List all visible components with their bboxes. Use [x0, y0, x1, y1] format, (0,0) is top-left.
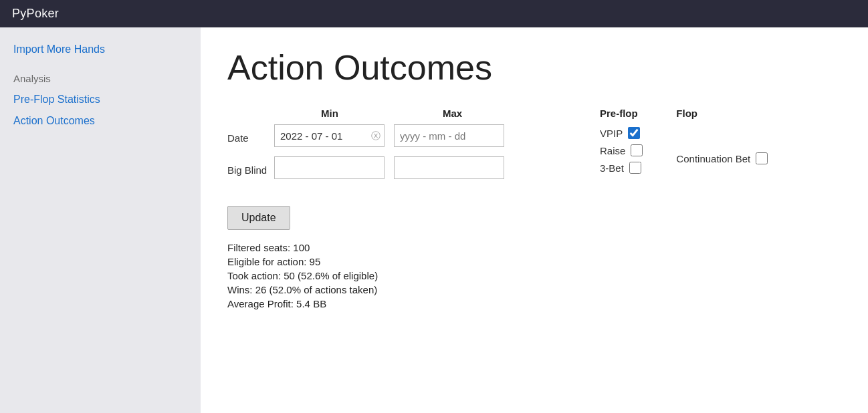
stat-wins: Wins: 26 (52.0% of actions taken) [227, 284, 841, 295]
stat-avg-profit: Average Profit: 5.4 BB [227, 298, 841, 309]
update-button[interactable]: Update [227, 206, 290, 230]
stat-took-action: Took action: 50 (52.6% of eligible) [227, 270, 841, 281]
bigblind-max-input[interactable] [394, 156, 504, 179]
bigblind-label: Big Blind [227, 160, 274, 176]
date-min-input[interactable] [274, 124, 385, 147]
sidebar-section-analysis: Analysis [12, 62, 189, 87]
flop-column: Flop Continuation Bet [676, 108, 768, 174]
filter-section: Min Max Date ⓧ Big Blind [227, 108, 560, 186]
sidebar-item-import[interactable]: Import More Hands [12, 41, 189, 58]
raise-row: Raise [600, 144, 643, 156]
threebet-row: 3-Bet [600, 162, 643, 174]
contbet-row: Continuation Bet [676, 152, 768, 164]
page-title: Action Outcomes [227, 47, 841, 88]
stats-section: Filtered seats: 100 Eligible for action:… [227, 242, 841, 309]
date-max-input[interactable] [394, 124, 504, 147]
preflop-column: Pre-flop VPIP Raise 3-Bet [600, 108, 643, 174]
flop-header: Flop [676, 108, 768, 119]
min-header: Min [321, 108, 435, 119]
sidebar-item-preflop[interactable]: Pre-Flop Statistics [12, 91, 189, 108]
main-content: Action Outcomes Min Max Date ⓧ [201, 27, 868, 413]
stat-filtered-seats: Filtered seats: 100 [227, 242, 841, 253]
vpip-label: VPIP [600, 128, 623, 139]
app-title-bar: PyPoker [0, 0, 868, 27]
form-area: Min Max Date ⓧ Big Blind [227, 108, 841, 186]
raise-checkbox[interactable] [631, 144, 643, 156]
threebet-label: 3-Bet [600, 162, 624, 174]
threebet-checkbox[interactable] [629, 162, 641, 174]
date-label: Date [227, 128, 274, 144]
vpip-row: VPIP [600, 127, 643, 139]
app-title: PyPoker [12, 7, 59, 20]
sidebar: Import More Hands Analysis Pre-Flop Stat… [0, 27, 201, 413]
date-min-wrapper: ⓧ [274, 124, 385, 147]
max-header: Max [443, 108, 560, 119]
filter-header-row: Min Max [227, 108, 560, 119]
contbet-checkbox[interactable] [756, 152, 768, 164]
date-row: Date ⓧ [227, 124, 560, 147]
preflop-header: Pre-flop [600, 108, 643, 119]
sidebar-item-action[interactable]: Action Outcomes [12, 112, 189, 130]
checkboxes-section: Pre-flop VPIP Raise 3-Bet [600, 108, 768, 174]
vpip-checkbox[interactable] [628, 127, 640, 139]
date-min-clear-button[interactable]: ⓧ [371, 131, 381, 140]
bigblind-min-input[interactable] [274, 156, 385, 179]
bigblind-row: Big Blind [227, 156, 560, 179]
stat-eligible: Eligible for action: 95 [227, 256, 841, 267]
layout: Import More Hands Analysis Pre-Flop Stat… [0, 27, 868, 413]
contbet-label: Continuation Bet [676, 153, 750, 164]
raise-label: Raise [600, 145, 625, 156]
